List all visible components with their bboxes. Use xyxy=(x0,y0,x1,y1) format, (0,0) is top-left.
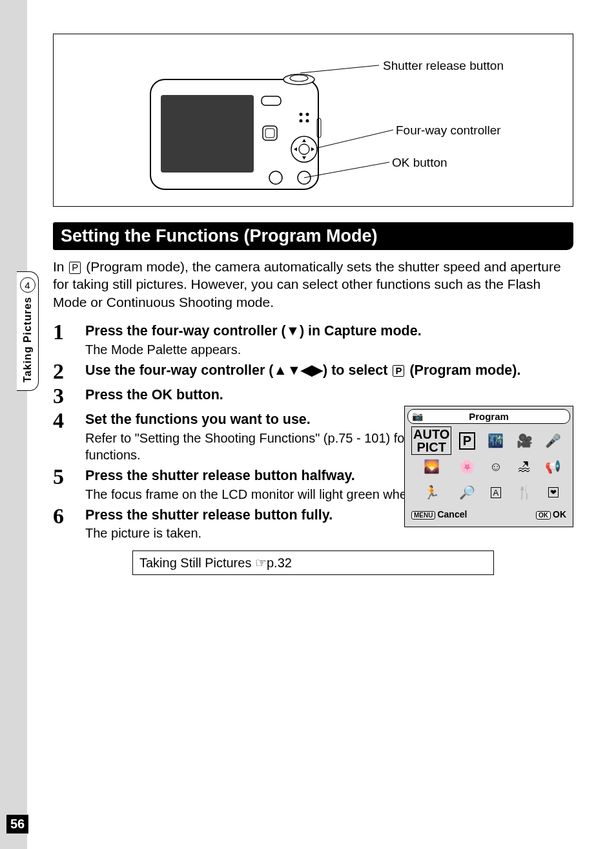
sport-icon: 🏃 xyxy=(424,485,440,500)
lcd-footer: MENUCancel OKOK xyxy=(405,507,573,523)
surf-snow-icon: 🏖 xyxy=(518,459,531,474)
lcd-title-bar: 📷 Program xyxy=(407,409,570,424)
intro-text-before: In xyxy=(53,259,68,274)
step-title: Use the four-way controller (▲▼◀▶) to se… xyxy=(85,362,573,379)
landscape-icon: 🌄 xyxy=(424,459,440,474)
page-number: 56 xyxy=(6,815,28,833)
svg-point-4 xyxy=(306,113,309,116)
voice-icon: 🎤 xyxy=(545,433,561,448)
step-text: The picture is taken. xyxy=(85,525,573,541)
camera-diagram: Shutter release button Four-way controll… xyxy=(53,34,573,207)
cross-reference-box: Taking Still Pictures ☞p.32 xyxy=(132,550,494,575)
menu-button-icon: MENU xyxy=(411,511,435,519)
svg-line-16 xyxy=(300,65,379,73)
callout-fourway: Four-way controller xyxy=(396,123,501,138)
step-number: 4 xyxy=(53,410,85,432)
section-heading: Setting the Functions (Program Mode) xyxy=(53,222,573,250)
step-2: 2 Use the four-way controller (▲▼◀▶) to … xyxy=(53,361,573,383)
step-1: 1 Press the four-way controller (▼) in C… xyxy=(53,321,573,358)
callout-ok: OK button xyxy=(392,156,447,170)
mode-palette-grid: AUTOPICT P 🌃 🎥 🎤 🌄 🌸 ☺ 🏖 📢 🏃 🔎 A 🍴 ❤ xyxy=(405,426,573,507)
frame-icon: ❤ xyxy=(548,487,559,498)
camera-icon: 📷 xyxy=(412,411,423,421)
program-mode-icon-selected: P xyxy=(459,432,475,450)
svg-point-6 xyxy=(306,120,309,123)
flower-icon: 🌸 xyxy=(459,459,475,474)
chapter-tab: 4 Taking Pictures xyxy=(17,271,39,391)
chapter-label: Taking Pictures xyxy=(22,297,34,383)
intro-text-after: (Program mode), the camera automatically… xyxy=(53,259,561,309)
chapter-number: 4 xyxy=(20,277,36,293)
digital-sr-icon: 🔎 xyxy=(459,485,475,500)
sound-icon: 📢 xyxy=(545,459,561,474)
cancel-label: MENUCancel xyxy=(411,509,467,519)
callout-shutter: Shutter release button xyxy=(383,59,504,73)
ok-label: OKOK xyxy=(536,509,566,519)
ok-button-icon: OK xyxy=(536,511,551,519)
svg-rect-1 xyxy=(161,95,254,173)
movie-icon: 🎥 xyxy=(517,433,533,448)
svg-line-17 xyxy=(317,130,393,148)
food-icon: 🍴 xyxy=(517,485,533,500)
step-3: 3 Press the OK button. xyxy=(53,385,573,407)
portrait-icon: ☺ xyxy=(489,459,502,474)
step-number: 2 xyxy=(53,361,85,383)
step-title-before: Use the four-way controller (▲▼◀▶) to se… xyxy=(85,362,391,378)
step-number: 5 xyxy=(53,466,85,488)
step-title-after: (Program mode). xyxy=(406,362,520,378)
left-gutter: 56 xyxy=(0,0,27,849)
auto-pict-icon: AUTOPICT xyxy=(411,426,451,455)
program-mode-icon: P xyxy=(69,262,81,274)
step-number: 6 xyxy=(53,505,85,527)
step-text: The Mode Palette appears. xyxy=(85,341,573,358)
text-icon: A xyxy=(491,487,502,498)
lcd-mode-palette: 📷 Program AUTOPICT P 🌃 🎥 🎤 🌄 🌸 ☺ 🏖 📢 🏃 🔎… xyxy=(404,406,573,527)
step-title: Press the four-way controller (▼) in Cap… xyxy=(85,322,573,340)
svg-point-3 xyxy=(300,113,303,116)
step-number: 1 xyxy=(53,321,85,343)
program-mode-icon: P xyxy=(393,365,404,377)
step-title: Press the OK button. xyxy=(85,386,573,404)
svg-point-5 xyxy=(300,120,303,123)
svg-point-11 xyxy=(269,171,282,184)
lcd-title: Program xyxy=(469,411,509,422)
step-number: 3 xyxy=(53,385,85,407)
night-scene-icon: 🌃 xyxy=(488,433,504,448)
svg-point-14 xyxy=(290,75,308,81)
intro-paragraph: In P (Program mode), the camera automati… xyxy=(53,258,573,311)
